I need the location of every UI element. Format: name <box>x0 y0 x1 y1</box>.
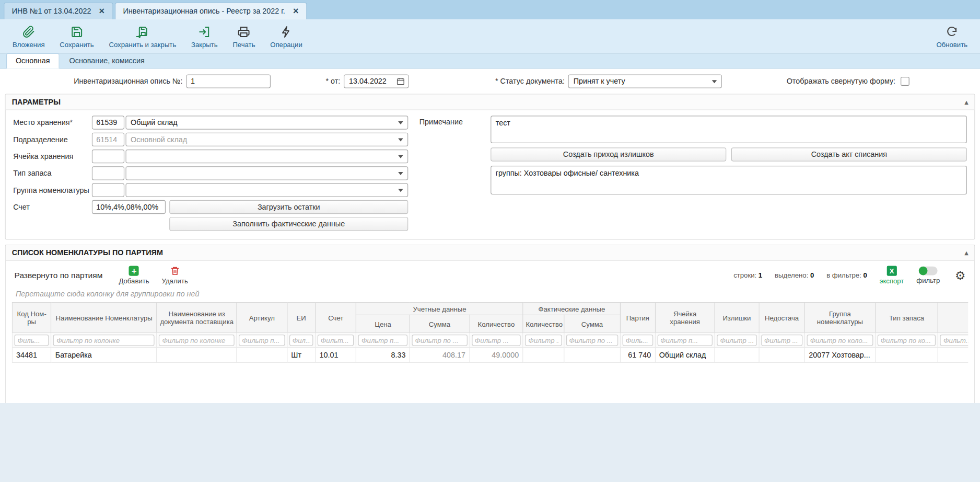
tab-main[interactable]: Основная <box>6 53 59 69</box>
account-input[interactable] <box>92 200 166 214</box>
tab-basis-commission[interactable]: Основание, комиссия <box>61 54 154 68</box>
filter-cell <box>157 332 237 348</box>
printer-icon <box>238 25 250 38</box>
account-label: Счет <box>13 203 92 212</box>
column-filter-input[interactable] <box>761 334 803 346</box>
stock-type-select[interactable] <box>125 166 408 180</box>
nomenclature-group-code-input[interactable] <box>92 183 124 197</box>
column-filter-input[interactable] <box>53 334 155 346</box>
column-header[interactable]: Наименование из документа поставщика <box>157 302 237 332</box>
load-balances-button[interactable]: Загрузить остатки <box>169 200 408 214</box>
column-header[interactable] <box>938 302 969 332</box>
calendar-icon[interactable] <box>396 77 405 86</box>
save-button[interactable]: Сохранить <box>60 25 94 48</box>
column-filter-input[interactable] <box>159 334 235 346</box>
delete-row-button[interactable]: Удалить <box>162 266 188 284</box>
close-button[interactable]: Закрыть <box>191 25 218 48</box>
storage-place-row: Место хранения* Общий склад <box>13 116 408 129</box>
fill-actual-button[interactable]: Заполнить фактические данные <box>169 217 408 231</box>
column-filter-input[interactable] <box>239 334 285 346</box>
column-filter-input[interactable] <box>358 334 407 346</box>
floppy-close-icon <box>136 25 149 38</box>
column-header[interactable]: Недостача <box>759 302 805 332</box>
column-filter-input[interactable] <box>289 334 313 346</box>
window-tab-document[interactable]: ИНВ №1 от 13.04.2022 ✕ <box>4 3 113 19</box>
groups-textarea[interactable]: группы: Хозтовары офисные/ сантехника <box>491 166 967 194</box>
nomenclature-group-select[interactable] <box>125 183 408 197</box>
column-filter-input[interactable] <box>623 334 653 346</box>
column-filter-input[interactable] <box>472 334 521 346</box>
doc-date-field[interactable] <box>344 74 409 88</box>
column-header[interactable]: Количество <box>523 315 564 332</box>
column-filter-input[interactable] <box>878 334 936 346</box>
collapse-icon[interactable]: ▴ <box>965 98 969 105</box>
print-button[interactable]: Печать <box>232 25 255 48</box>
column-header[interactable]: Тип запаса <box>875 302 938 332</box>
column-filter-input[interactable] <box>15 334 49 346</box>
expand-mode-label[interactable]: Развернуто по партиям <box>15 270 103 280</box>
gear-icon[interactable]: ⚙ <box>955 269 965 281</box>
column-header[interactable]: Излишки <box>715 302 759 332</box>
column-header[interactable]: Артикул <box>237 302 287 332</box>
column-filter-input[interactable] <box>566 334 618 346</box>
add-row-button[interactable]: + Добавить <box>119 266 149 284</box>
exit-door-icon <box>198 25 211 38</box>
column-filter-input[interactable] <box>717 334 756 346</box>
doc-number-input[interactable] <box>186 74 271 88</box>
column-header[interactable]: Код Ном-ры <box>12 302 51 332</box>
storage-cell-select[interactable] <box>125 150 408 163</box>
column-filter-input[interactable] <box>940 334 968 346</box>
collapsed-form-checkbox[interactable] <box>901 77 909 86</box>
close-tab-icon[interactable]: ✕ <box>293 7 299 16</box>
column-header[interactable]: Сумма <box>564 315 620 332</box>
attachments-button[interactable]: Вложения <box>13 25 45 48</box>
window-tab-register[interactable]: Инвентаризационная опись - Реестр за 202… <box>115 3 307 19</box>
save-and-close-button[interactable]: Сохранить и закрыть <box>109 25 176 48</box>
column-header[interactable]: Группа номенклатуры <box>804 302 875 332</box>
filter-cell <box>875 332 938 348</box>
column-filter-input[interactable] <box>412 334 467 346</box>
column-header[interactable]: Сумма <box>410 315 469 332</box>
column-header[interactable]: Цена <box>356 315 410 332</box>
collapsed-form-label: Отображать свернутую форму: <box>787 77 895 86</box>
column-header[interactable]: Партия <box>621 302 655 332</box>
document-header-row: Инвентаризационная опись №: * от: * Стат… <box>0 69 980 93</box>
table-cell <box>759 348 805 363</box>
note-textarea[interactable]: тест <box>491 116 967 143</box>
department-select[interactable]: Основной склад <box>125 133 408 146</box>
refresh-button[interactable]: Обновить <box>936 25 967 48</box>
column-filter-input[interactable] <box>807 334 873 346</box>
column-filter-input[interactable] <box>318 334 354 346</box>
table-row[interactable]: 34481БатарейкаШт10.018.33408.1749.000061… <box>12 348 968 363</box>
storage-place-select[interactable]: Общий склад <box>125 116 408 129</box>
doc-number-label: Инвентаризационная опись №: <box>74 77 182 86</box>
column-header[interactable]: Счет <box>316 302 356 332</box>
column-header[interactable]: Ячейка хранения <box>655 302 715 332</box>
collapse-icon[interactable]: ▴ <box>965 249 969 256</box>
parameters-section-header: ПАРАМЕТРЫ ▴ <box>6 95 974 110</box>
storage-place-code-input[interactable] <box>92 116 124 129</box>
operations-button[interactable]: Операции <box>270 25 302 48</box>
date-input[interactable] <box>348 76 396 86</box>
chevron-down-icon <box>398 155 403 158</box>
close-tab-icon[interactable]: ✕ <box>99 7 105 16</box>
stock-type-code-input[interactable] <box>92 166 124 180</box>
filter-cell <box>12 332 51 348</box>
column-filter-input[interactable] <box>525 334 562 346</box>
create-surplus-button[interactable]: Создать приход излишков <box>491 147 726 161</box>
column-filter-input[interactable] <box>657 334 713 346</box>
filter-toggle[interactable]: фильтр <box>916 267 940 284</box>
column-header[interactable]: Наименование Номенклатуры <box>51 302 157 332</box>
filter-cell <box>237 332 287 348</box>
groupby-drop-zone[interactable]: Перетащите сюда колонку для группировки … <box>6 287 974 302</box>
department-code-input[interactable] <box>92 133 124 146</box>
status-select[interactable]: Принят к учету <box>568 74 722 88</box>
excel-export-button[interactable]: X экспорт <box>880 266 904 284</box>
nomenclature-section-header: СПИСОК НОМЕНКЛАТУРЫ ПО ПАРТИЯМ ▴ <box>6 245 974 261</box>
chevron-down-icon <box>712 80 717 83</box>
table-cell: Шт <box>287 348 316 363</box>
column-header[interactable]: ЕИ <box>287 302 316 332</box>
column-header[interactable]: Количество <box>470 315 523 332</box>
storage-cell-code-input[interactable] <box>92 150 124 163</box>
create-writeoff-button[interactable]: Создать акт списания <box>731 147 967 161</box>
